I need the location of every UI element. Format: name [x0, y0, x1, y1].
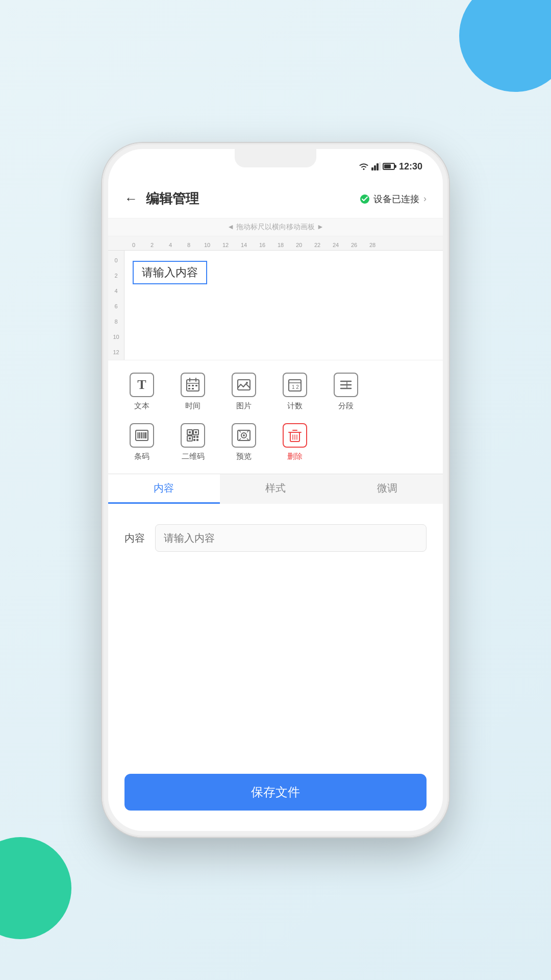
- svg-rect-35: [195, 431, 197, 433]
- svg-rect-37: [189, 437, 191, 439]
- ruler-num: 16: [253, 242, 271, 248]
- ruler-numbers: 0 2 4 8 10 12 14 16 18 20 22 24 26 28: [124, 242, 382, 250]
- battery-icon: [383, 163, 395, 170]
- tool-segment[interactable]: 分段: [320, 369, 371, 415]
- ruler-num: 0: [124, 242, 143, 248]
- svg-rect-12: [188, 388, 190, 389]
- chevron-right-icon: ›: [423, 193, 427, 204]
- canvas-body[interactable]: 请输入内容: [124, 251, 443, 360]
- delete-tool-icon: [283, 423, 307, 448]
- signal-icon: [371, 162, 381, 170]
- svg-rect-38: [193, 436, 195, 438]
- text-tool-label: 文本: [134, 401, 149, 411]
- svg-rect-1: [371, 167, 373, 170]
- count-tool-icon: 1 2: [283, 373, 307, 397]
- status-time: 12:30: [399, 161, 422, 172]
- tool-count[interactable]: 1 2 计数: [269, 369, 320, 415]
- time-tool-label: 时间: [185, 401, 201, 411]
- ruler-num: 18: [271, 242, 290, 248]
- svg-rect-33: [189, 431, 191, 433]
- horizontal-ruler: 0 2 4 8 10 12 14 16 18 20 22 24 26 28: [108, 236, 443, 251]
- count-tool-label: 计数: [287, 401, 303, 411]
- text-tool-icon: T: [130, 373, 154, 397]
- qrcode-tool-label: 二维码: [182, 452, 205, 461]
- preview-tool-label: 预览: [236, 452, 252, 461]
- tool-text[interactable]: T 文本: [116, 369, 167, 415]
- barcode-tool-icon: [130, 423, 154, 448]
- tab-content[interactable]: 内容: [108, 474, 220, 504]
- connected-dot: [360, 194, 369, 204]
- status-right: 12:30: [358, 161, 422, 172]
- ruler-num: 4: [161, 242, 180, 248]
- ruler-num: 26: [345, 242, 363, 248]
- toolbar: T 文本: [108, 360, 443, 474]
- tool-time[interactable]: 时间: [167, 369, 218, 415]
- ruler-num: 12: [216, 242, 235, 248]
- v-ruler-num: 2: [108, 268, 124, 283]
- svg-rect-39: [196, 436, 198, 438]
- bg-circle-bottom-left: [0, 837, 71, 939]
- phone-screen: 12:30 ← 编辑管理 设备已连接 ›: [108, 149, 443, 831]
- toolbar-row-1: T 文本: [116, 369, 435, 415]
- svg-rect-9: [188, 385, 190, 386]
- tabs-bar: 内容 样式 微调: [108, 474, 443, 504]
- svg-rect-41: [196, 439, 198, 441]
- v-ruler-num: 4: [108, 283, 124, 299]
- svg-point-15: [246, 382, 248, 384]
- tool-delete[interactable]: 删除: [269, 419, 320, 465]
- canvas-area: ◄ 拖动标尺以横向移动画板 ► 0 2 4 8 10 12 14 16 18 2…: [108, 218, 443, 360]
- app-header: ← 编辑管理 设备已连接 ›: [108, 180, 443, 218]
- barcode-tool-label: 条码: [134, 452, 149, 461]
- page-title: 编辑管理: [146, 190, 199, 208]
- canvas-text-element[interactable]: 请输入内容: [133, 261, 207, 284]
- content-input[interactable]: [155, 524, 427, 552]
- qrcode-tool-icon: [181, 423, 205, 448]
- ruler-num: 22: [308, 242, 327, 248]
- phone-frame: 12:30 ← 编辑管理 设备已连接 ›: [102, 143, 449, 837]
- v-ruler-num: 10: [108, 329, 124, 345]
- vertical-ruler: 0 2 4 6 8 10 12: [108, 251, 124, 360]
- ruler-num: 10: [198, 242, 216, 248]
- device-status[interactable]: 设备已连接 ›: [360, 193, 427, 205]
- ruler-num: 24: [327, 242, 345, 248]
- phone-notch: [235, 149, 316, 167]
- preview-tool-icon: [232, 423, 256, 448]
- ruler-num: 8: [180, 242, 198, 248]
- ruler-num: 20: [290, 242, 308, 248]
- segment-tool-label: 分段: [338, 401, 354, 411]
- svg-rect-14: [238, 380, 250, 390]
- time-tool-icon: [181, 373, 205, 397]
- svg-rect-2: [374, 165, 376, 170]
- svg-rect-10: [192, 385, 194, 386]
- svg-rect-4: [379, 162, 381, 170]
- phone-wrapper: 12:30 ← 编辑管理 设备已连接 ›: [102, 143, 449, 837]
- svg-rect-11: [195, 385, 197, 386]
- ruler-num: 28: [363, 242, 382, 248]
- v-ruler-num: 12: [108, 345, 124, 360]
- segment-tool-icon: [334, 373, 358, 397]
- ruler-num: 14: [235, 242, 253, 248]
- v-ruler-num: 8: [108, 314, 124, 329]
- tab-fine-tune[interactable]: 微调: [331, 474, 443, 504]
- tool-qrcode[interactable]: 二维码: [167, 419, 218, 465]
- svg-rect-40: [193, 439, 195, 441]
- back-button[interactable]: ←: [124, 191, 138, 207]
- canvas-content: 0 2 4 6 8 10 12 请输入内容: [108, 251, 443, 360]
- tab-content-label: 内容: [154, 481, 174, 495]
- svg-rect-13: [192, 388, 194, 389]
- tool-barcode[interactable]: 条码: [116, 419, 167, 465]
- tab-style[interactable]: 样式: [220, 474, 332, 504]
- svg-rect-3: [377, 163, 379, 170]
- v-ruler-num: 0: [108, 253, 124, 268]
- tool-preview[interactable]: 预览: [218, 419, 269, 465]
- ruler-num: 2: [143, 242, 161, 248]
- image-tool-icon: [232, 373, 256, 397]
- connected-label: 设备已连接: [373, 193, 419, 205]
- form-label: 内容: [124, 531, 145, 545]
- bg-circle-top-right: [459, 0, 551, 92]
- tab-style-label: 样式: [265, 481, 286, 495]
- image-tool-label: 图片: [236, 401, 252, 411]
- ruler-hint: ◄ 拖动标尺以横向移动画板 ►: [108, 218, 443, 236]
- save-button[interactable]: 保存文件: [124, 774, 427, 811]
- tool-image[interactable]: 图片: [218, 369, 269, 415]
